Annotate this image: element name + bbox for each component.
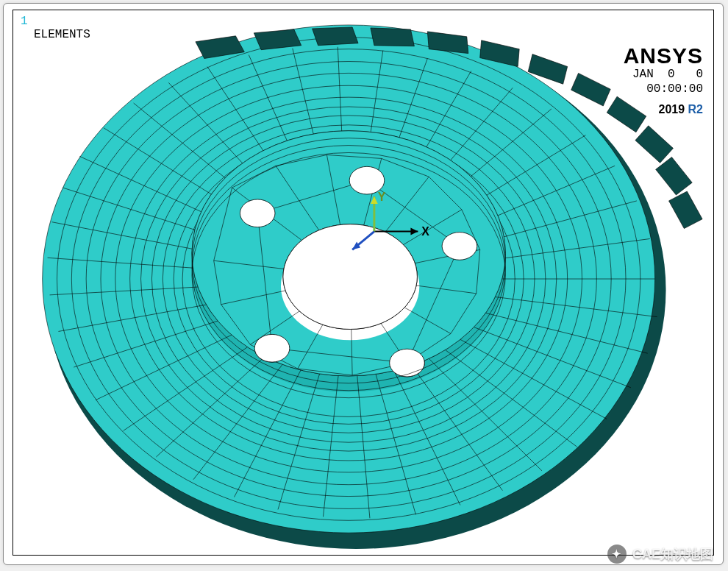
svg-text:Y: Y — [378, 191, 386, 203]
svg-point-91 — [442, 233, 477, 260]
svg-point-92 — [390, 349, 425, 377]
svg-point-89 — [240, 199, 275, 227]
watermark-text: CAE知识地图 — [632, 545, 713, 563]
svg-point-94 — [283, 224, 417, 330]
wechat-icon: ✦ — [607, 545, 627, 564]
window-frame: 1 ELEMENTS ANSYS 2019 R2 JAN 0 0 00:00:0… — [3, 3, 724, 565]
graphics-viewport[interactable]: 1 ELEMENTS ANSYS 2019 R2 JAN 0 0 00:00:0… — [13, 10, 714, 556]
watermark: ✦ CAE知识地图 — [607, 545, 713, 564]
svg-point-93 — [254, 334, 290, 362]
svg-text:X: X — [421, 225, 429, 238]
model-mesh[interactable]: X Y — [13, 10, 713, 555]
